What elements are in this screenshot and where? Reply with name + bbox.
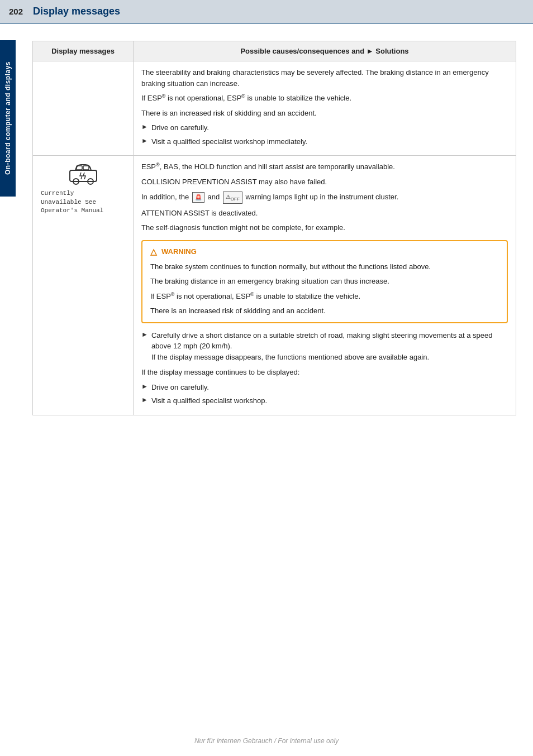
bullet-arrow-icon: ► (141, 382, 148, 390)
warning-para3: If ESP® is not operational, ESP® is unab… (150, 291, 499, 302)
page-footer: Nur für internen Gebrauch / For internal… (0, 737, 533, 745)
bullet-text: Drive on carefully. (151, 382, 209, 393)
row1-para3: There is an increased risk of skidding a… (141, 108, 508, 119)
col-causes-header: Possible causes/consequences and ► Solut… (134, 41, 516, 61)
icon-label-line3: Operator's Manual (41, 207, 103, 214)
row1-para2: If ESP® is not operational, ESP® is unab… (141, 93, 508, 104)
bullet-text: Drive on carefully. (151, 122, 209, 133)
col-display-header: Display messages (33, 41, 134, 61)
bullet-text: Visit a qualified specialist workshop. (151, 395, 267, 406)
bullet-arrow-icon: ► (141, 123, 148, 131)
row2-para4: ATTENTION ASSIST is deactivated. (141, 208, 508, 219)
page-title: Display messages (33, 6, 120, 17)
warning-para4: There is an increased risk of skidding a… (150, 305, 499, 317)
warning-para1: The brake system continues to function n… (150, 261, 499, 272)
row2-warning-bullet: ► Carefully drive a short distance on a … (141, 330, 508, 363)
icon-label-line2: Unavailable See (41, 199, 96, 205)
content-table: Display messages Possible causes/consequ… (32, 41, 516, 415)
row2-para5: The self-diagnosis function might not be… (141, 222, 508, 233)
row2-causes-cell: ESP®, BAS, the HOLD function and hill st… (134, 156, 516, 415)
bullet-arrow-icon: ► (141, 331, 148, 338)
row2-para2: COLLISION PREVENTION ASSIST may also hav… (141, 176, 508, 188)
footer-text: Nur für internen Gebrauch / For internal… (194, 737, 339, 745)
page-number: 202 (9, 7, 23, 16)
row2-final-bullet1: ► Drive on carefully. (141, 382, 508, 393)
row1-para1: The steerability and braking characteris… (141, 67, 508, 89)
row1-causes-cell: The steerability and braking characteris… (134, 61, 516, 156)
row2-icon-label: Currently Unavailable See Operator's Man… (41, 189, 125, 215)
warning-para2: The braking distance in an emergency bra… (150, 276, 499, 287)
car-warning-icon (68, 161, 99, 186)
svg-rect-2 (83, 166, 89, 170)
table-row: Currently Unavailable See Operator's Man… (33, 156, 516, 415)
bullet-arrow-icon: ► (141, 137, 148, 145)
page-header: 202 Display messages (0, 0, 533, 24)
bullet-text: Carefully drive a short distance on a su… (151, 330, 508, 363)
sidebar: On-board computer and displays (0, 40, 16, 197)
warning-triangle-icon: △ (150, 247, 157, 257)
warning-box: △ WARNING The brake system continues to … (141, 240, 508, 323)
warning-header: △ WARNING (150, 247, 499, 257)
row2-para1: ESP®, BAS, the HOLD function and hill st… (141, 161, 508, 173)
warning-label: WARNING (161, 247, 197, 256)
row1-bullet1: ► Drive on carefully. (141, 122, 508, 133)
bullet-text: Visit a qualified specialist workshop im… (151, 136, 307, 147)
row2-final-bullet2: ► Visit a qualified specialist workshop. (141, 395, 508, 406)
table-row: The steerability and braking characteris… (33, 61, 516, 156)
main-content: Display messages Possible causes/consequ… (16, 24, 533, 427)
row1-bullet2: ► Visit a qualified specialist workshop … (141, 136, 508, 147)
inline-icon1: 🚨 (192, 192, 204, 203)
row2-after-warning: If the display message continues to be d… (141, 367, 508, 378)
inline-icon2: ⚠OFF (223, 192, 242, 204)
sidebar-label: On-board computer and displays (4, 61, 12, 175)
row2-para3: In addition, the 🚨 and ⚠OFF warning lamp… (141, 192, 508, 204)
icon-label-line1: Currently (41, 190, 74, 197)
row1-display-cell (33, 61, 134, 156)
bullet-arrow-icon: ► (141, 396, 148, 404)
row2-display-cell: Currently Unavailable See Operator's Man… (33, 156, 134, 415)
